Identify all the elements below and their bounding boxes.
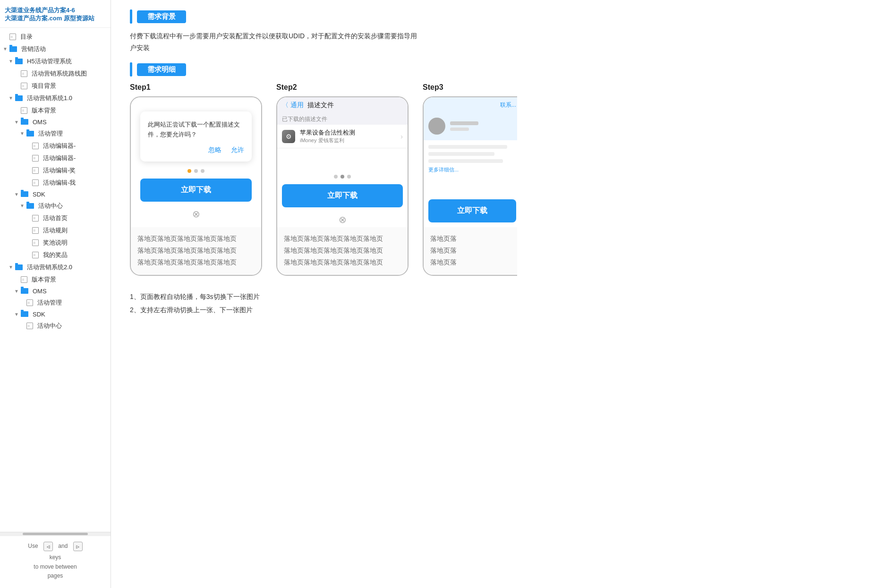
step2-back[interactable]: 〈 通用 <box>282 101 304 110</box>
note2: 2、支持左右滑动切换上一张、下一张图片 <box>130 303 875 316</box>
step3-topbar-label: 联系... <box>500 101 516 109</box>
sidebar-item-catalog[interactable]: 目录 <box>0 31 111 43</box>
sidebar-item-label-oms2: OMS <box>33 288 47 295</box>
sidebar-item-marketing[interactable]: ▼营销活动 <box>0 43 111 55</box>
step3-screen: 联系... 更多详细信... <box>424 97 517 227</box>
sidebar-item-sdk1[interactable]: ▼SDK <box>0 189 111 200</box>
step1-ignore-btn[interactable]: 忽略 <box>208 145 221 155</box>
step2-download-btn[interactable]: 立即下载 <box>282 184 403 207</box>
step2-list-sub: iMoney 爱钱客监利 <box>300 137 400 144</box>
step2-close[interactable]: ⊗ <box>277 214 408 225</box>
page-icon-activity-center2 <box>26 323 33 329</box>
between-label: to move between <box>5 562 106 571</box>
left-key-badge[interactable]: ◁ <box>43 542 53 551</box>
step3-line2 <box>428 152 494 156</box>
sidebar-item-label-activity-mgmt2: 活动管理 <box>37 298 62 307</box>
sidebar-item-activity-roadmap[interactable]: 活动营销系统路线图 <box>0 68 111 80</box>
step3-contact-area <box>424 112 517 140</box>
page-icon-activity-rules <box>32 227 39 234</box>
sidebar-hscroll[interactable] <box>0 532 111 536</box>
step2-ios-header: 〈 通用 描述文件 <box>277 97 408 112</box>
sidebar-item-arrow-oms1: ▼ <box>14 119 21 125</box>
sidebar-item-h5-system[interactable]: ▼H5活动管理系统 <box>0 55 111 68</box>
step1-landing: 落地页落地页落地页落地页落地页 落地页落地页落地页落地页落地页 落地页落地页落地… <box>131 227 261 275</box>
sidebar-item-label-activity-edit-my: 活动编辑-我 <box>43 179 76 187</box>
page-icon-my-prize <box>32 252 39 258</box>
sidebar-header: 大渠道业务线产品方案4-6 大渠道产品方案.com 原型资源站 <box>0 0 111 28</box>
sidebar-item-version-bg2[interactable]: 版本背景 <box>0 273 111 286</box>
step3-title: Step3 <box>423 83 517 92</box>
folder-icon-marketing <box>9 46 17 52</box>
sidebar-item-arrow-marketing-v1: ▼ <box>9 95 15 101</box>
page-icon-version-bg2 <box>21 276 27 283</box>
folder-icon-oms1 <box>21 119 28 125</box>
sidebar-item-activity-center2[interactable]: 活动中心 <box>0 320 111 332</box>
sidebar-item-activity-edit-prize[interactable]: 活动编辑-奖 <box>0 164 111 177</box>
step2-dot3 <box>347 175 351 179</box>
sidebar-item-project-bg[interactable]: 项目背景 <box>0 80 111 92</box>
sidebar-item-activity-mgmt2[interactable]: 活动管理 <box>0 297 111 309</box>
sidebar-item-sdk2[interactable]: ▼SDK <box>0 309 111 320</box>
sidebar-item-prize-desc[interactable]: 奖池说明 <box>0 237 111 249</box>
sidebar-item-label-activity-roadmap: 活动营销系统路线图 <box>32 69 87 78</box>
section2-tag: 需求明细 <box>137 63 186 76</box>
sidebar-item-activity-editor1[interactable]: 活动编辑器- <box>0 140 111 152</box>
page-icon-activity-roadmap <box>21 70 27 77</box>
folder-icon-marketing-v2 <box>15 264 23 270</box>
step3-download-btn[interactable]: 立即下载 <box>428 199 516 222</box>
section1-tag: 需求背景 <box>137 10 186 23</box>
sidebar-item-label-activity-editor2: 活动编辑器- <box>43 154 76 162</box>
sidebar-bottom: Use ◁ and ▷ keys to move between pages <box>0 536 111 588</box>
right-key-badge[interactable]: ▷ <box>73 542 83 551</box>
sidebar-item-label-marketing: 营销活动 <box>21 45 46 53</box>
sidebar-item-label-version-bg: 版本背景 <box>32 106 56 115</box>
sidebar-item-marketing-v1[interactable]: ▼活动营销系统1.0 <box>0 92 111 104</box>
step3-line1 <box>428 145 507 149</box>
folder-icon-sdk1 <box>21 191 28 197</box>
sidebar-item-marketing-v2[interactable]: ▼活动营销系统2.0 <box>0 261 111 273</box>
step2-list-item[interactable]: ⚙ 苹果设备合法性检测 iMoney 爱钱客监利 › <box>277 125 408 148</box>
step1-allow-btn[interactable]: 允许 <box>231 145 244 155</box>
sidebar-item-arrow-sdk1: ▼ <box>14 192 21 197</box>
sidebar-tree: 目录▼营销活动▼H5活动管理系统活动营销系统路线图项目背景▼活动营销系统1.0版… <box>0 28 111 532</box>
sidebar-item-activity-mgmt[interactable]: ▼活动管理 <box>0 128 111 140</box>
step3-container: Step3 联系... <box>423 83 517 276</box>
page-icon-prize-desc <box>32 239 39 246</box>
sidebar-item-label-activity-center1: 活动中心 <box>38 202 63 210</box>
sidebar-item-oms2[interactable]: ▼OMS <box>0 286 111 297</box>
sidebar-item-activity-edit-my[interactable]: 活动编辑-我 <box>0 177 111 189</box>
folder-icon-oms2 <box>21 288 28 294</box>
sidebar-item-my-prize[interactable]: 我的奖品 <box>0 249 111 261</box>
step3-phone: 联系... 更多详细信... <box>423 96 517 276</box>
sidebar-item-arrow-marketing: ▼ <box>3 46 9 51</box>
page-icon-activity-edit-my <box>32 179 39 186</box>
page-icon-catalog <box>9 34 16 40</box>
section1-accent <box>130 9 132 24</box>
sidebar-item-version-bg[interactable]: 版本背景 <box>0 104 111 117</box>
sidebar-item-oms1[interactable]: ▼OMS <box>0 117 111 128</box>
step2-landing: 落地页落地页落地页落地页落地页 落地页落地页落地页落地页落地页 落地页落地页落地… <box>277 227 408 275</box>
sidebar-item-arrow-activity-mgmt: ▼ <box>20 131 26 136</box>
notes-row: 1、页面教程自动轮播，每3s切换下一张图片 2、支持左右滑动切换上一张、下一张图… <box>130 290 875 316</box>
sidebar-item-label-marketing-v2: 活动营销系统2.0 <box>27 263 72 272</box>
sidebar-item-activity-home[interactable]: 活动首页 <box>0 212 111 224</box>
step2-dots <box>277 172 408 181</box>
step3-content-area: 更多详细信... <box>424 140 517 178</box>
step1-title: Step1 <box>130 83 262 92</box>
keys-label: keys <box>5 553 106 562</box>
sidebar-item-label-activity-rules: 活动规则 <box>43 226 68 235</box>
folder-icon-h5-system <box>15 59 23 64</box>
page-icon-activity-home <box>32 215 39 222</box>
sidebar-item-label-project-bg: 项目背景 <box>32 82 56 90</box>
step1-close[interactable]: ⊗ <box>136 208 256 220</box>
hscroll-thumb <box>23 533 88 535</box>
folder-icon-activity-center1 <box>26 203 34 209</box>
step1-download-btn[interactable]: 立即下载 <box>140 179 252 202</box>
sidebar-item-activity-rules[interactable]: 活动规则 <box>0 224 111 237</box>
sidebar: 大渠道业务线产品方案4-6 大渠道产品方案.com 原型资源站 目录▼营销活动▼… <box>0 0 111 588</box>
page-icon-activity-edit-prize <box>32 167 39 174</box>
sidebar-item-label-my-prize: 我的奖品 <box>43 251 68 259</box>
sidebar-item-activity-center1[interactable]: ▼活动中心 <box>0 200 111 212</box>
sidebar-item-activity-editor2[interactable]: 活动编辑器- <box>0 152 111 164</box>
sidebar-title: 大渠道业务线产品方案4-6 大渠道产品方案.com 原型资源站 <box>5 7 106 23</box>
